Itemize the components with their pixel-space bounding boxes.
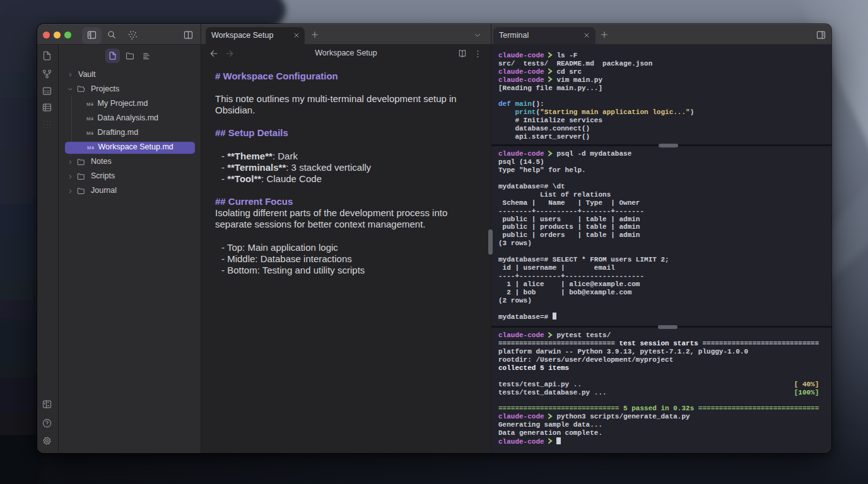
- svg-text:M: M: [86, 116, 91, 122]
- svg-text:M: M: [86, 130, 91, 136]
- svg-text:M: M: [86, 101, 91, 107]
- svg-text:M: M: [87, 145, 91, 151]
